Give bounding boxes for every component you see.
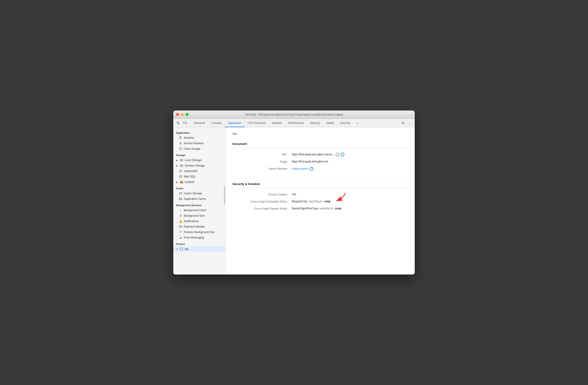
sidebar-item-notifications-label: Notifications (184, 220, 223, 223)
payment-handler-icon (179, 226, 182, 228)
url-circle-icon-1[interactable]: ○ (336, 153, 339, 156)
sidebar-item-clear-storage-label: Clear storage (184, 147, 223, 150)
sidebar-item-push-messaging-label: Push Messaging (184, 236, 223, 239)
minimize-button[interactable] (181, 113, 184, 116)
sidebar-item-cookies[interactable]: ▶ 🍪 Cookies (173, 179, 226, 185)
sidebar-item-periodic-background-sync[interactable]: ⏱ Periodic Background Syn (173, 229, 226, 235)
svg-rect-1 (186, 122, 187, 124)
sidebar-item-web-sql[interactable]: Web SQL (173, 174, 226, 179)
sidebar-item-session-storage[interactable]: ▶ Session Storage (173, 163, 226, 168)
tab-application[interactable]: Application (225, 119, 245, 127)
sidebar-item-payment-handler-label: Payment Handler (184, 225, 223, 228)
tab-console[interactable]: Console (208, 119, 225, 127)
settings-icon[interactable]: ⚙ (400, 120, 406, 126)
tab-performance[interactable]: Performance (285, 119, 307, 127)
url-circle-icon-2[interactable]: ↑ (341, 153, 344, 156)
svg-rect-0 (183, 122, 186, 124)
sidebar-item-periodic-background-sync-label: Periodic Background Syn (184, 231, 223, 234)
security-isolation-header: Security & Isolation (232, 180, 408, 188)
sidebar-item-local-storage[interactable]: ▶ Local Storage (173, 157, 226, 163)
sidebar-item-cache-storage-label: Cache Storage (184, 192, 223, 195)
coop-reporting-label: reporting to: (319, 207, 334, 210)
service-workers-icon: ⚙ (179, 142, 182, 145)
sidebar-item-indexeddb-label: IndexedDB (184, 170, 223, 173)
tab-bar: Elements Console Application CSS Overvie… (191, 119, 397, 127)
origin-text: https://first-party-test.glitch.me (292, 160, 328, 163)
session-storage-icon (180, 164, 183, 167)
sidebar-item-indexeddb[interactable]: IndexedDB (173, 168, 226, 174)
owner-element-link[interactable]: <#document> (292, 167, 308, 171)
sidebar-item-manifest[interactable]: Manifest (173, 135, 226, 141)
tab-css-overview[interactable]: CSS Overview (245, 119, 269, 127)
origin-value: https://first-party-test.glitch.me (292, 160, 408, 163)
tab-network[interactable]: Network (269, 119, 285, 127)
sidebar-item-notifications[interactable]: 🔔 Notifications (173, 218, 226, 224)
sidebar-item-background-sync-label: Background Sync (184, 214, 223, 217)
sidebar-item-payment-handler[interactable]: Payment Handler (173, 224, 226, 229)
sidebar-item-clear-storage[interactable]: Clear storage (173, 146, 226, 151)
sidebar-item-service-workers-label: Service Workers (184, 142, 223, 145)
coep-reporting-value: coep (324, 200, 330, 203)
document-section-header: Document (232, 140, 408, 148)
sidebar-item-push-messaging[interactable]: ☁ Push Messaging (173, 235, 226, 240)
sidebar-scrollbar[interactable] (224, 186, 225, 204)
toolbar-right-actions: ⚙ ⋮ (397, 120, 413, 126)
tab-more[interactable]: » (354, 119, 361, 127)
device-toolbar-icon[interactable] (182, 120, 188, 126)
sidebar-item-service-workers[interactable]: ⚙ Service Workers (173, 141, 226, 146)
sidebar-section-application: Application (173, 129, 226, 135)
tab-media[interactable]: Media (323, 119, 337, 127)
devtools-window: DevTools - first-party-test.glitch.me/co… (173, 110, 415, 275)
svg-rect-17 (179, 198, 182, 199)
tab-memory[interactable]: Memory (307, 119, 323, 127)
page-title: top (232, 132, 408, 135)
coep-value: RequireCorp reporting to: coep (292, 200, 408, 203)
owner-element-field-row: Owner Element <#document> ? (232, 165, 408, 172)
origin-label: Origin (232, 160, 292, 163)
tab-elements[interactable]: Elements (191, 119, 208, 127)
url-text: https://first-party-test.glitch.me/co... (292, 153, 334, 156)
svg-rect-21 (180, 248, 183, 250)
coep-policy-value: RequireCorp (292, 200, 307, 203)
more-options-icon[interactable]: ⋮ (407, 120, 413, 126)
title-bar: DevTools - first-party-test.glitch.me/co… (173, 110, 415, 119)
main-panel: top Document URL https://first-party-tes… (226, 127, 415, 275)
traffic-lights (176, 113, 189, 116)
cookies-arrow: ▶ (176, 181, 178, 183)
coop-reporting-value: coop (335, 207, 341, 210)
sidebar-section-background-services: Background Services (173, 202, 226, 208)
inspect-icon[interactable] (175, 120, 181, 126)
devtools-body: Application Manifest ⚙ Service Workers C… (173, 127, 415, 275)
background-fetch-icon: ↕ (179, 209, 182, 212)
sidebar-item-manifest-label: Manifest (184, 136, 223, 139)
sidebar-item-top-frame[interactable]: ▼ top (173, 246, 226, 252)
maximize-button[interactable] (186, 113, 189, 116)
coep-reporting: reporting to: coep (309, 200, 330, 203)
top-frame-icon (180, 247, 183, 251)
sidebar-item-application-cache[interactable]: Application Cache (173, 196, 226, 202)
svg-rect-13 (180, 166, 183, 167)
close-button[interactable] (176, 113, 179, 116)
security-isolation-section: Security & Isolation Secure Context Yes … (232, 180, 408, 212)
sidebar-section-frames: Frames (173, 240, 226, 246)
notifications-icon: 🔔 (179, 220, 182, 223)
sidebar: Application Manifest ⚙ Service Workers C… (173, 127, 226, 275)
owner-element-label: Owner Element (232, 167, 292, 171)
coep-reporting-label: reporting to: (309, 200, 323, 203)
periodic-background-sync-icon: ⏱ (179, 231, 182, 234)
tab-security[interactable]: Security (337, 119, 354, 127)
document-section: Document URL https://first-party-test.gl… (232, 140, 408, 172)
sidebar-item-cache-storage[interactable]: Cache Storage (173, 191, 226, 196)
svg-point-14 (179, 170, 182, 171)
svg-rect-12 (180, 165, 183, 165)
svg-point-16 (179, 192, 182, 193)
sidebar-item-local-storage-label: Local Storage (185, 159, 223, 162)
owner-element-circle-icon[interactable]: ? (310, 167, 313, 171)
svg-point-15 (179, 175, 182, 176)
local-storage-arrow: ▶ (176, 159, 178, 162)
sidebar-item-background-sync[interactable]: ↺ Background Sync (173, 213, 226, 218)
local-storage-icon (180, 159, 183, 162)
sidebar-item-background-fetch[interactable]: ↕ Background Fetch (173, 208, 226, 213)
secure-context-field-row: Secure Context Yes (232, 191, 408, 198)
background-sync-icon: ↺ (179, 214, 182, 217)
